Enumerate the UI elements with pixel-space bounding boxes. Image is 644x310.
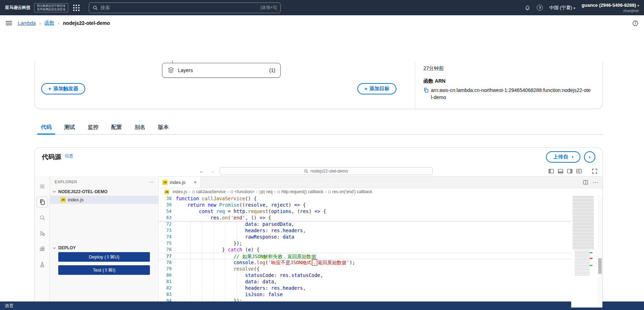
minimap[interactable] <box>571 195 597 308</box>
search-shortcut-hint: [选项+S] <box>260 5 277 11</box>
info-link[interactable]: 信息 <box>65 153 73 159</box>
function-arn-label: 函数 ARN <box>423 78 594 85</box>
function-tabs: 代码 测试 监控 配置 别名 版本 <box>34 120 603 135</box>
search-placeholder: 搜索 <box>101 5 260 11</box>
code-line-38[interactable]: 38function callJavaService() { <box>159 195 571 202</box>
menu-icon[interactable] <box>37 181 48 192</box>
javascript-file-icon: JS <box>162 180 168 185</box>
tab-code[interactable]: 代码 <box>34 120 58 134</box>
code-line-39[interactable]: 39 return new Promise((resolve, reject) … <box>159 202 571 208</box>
breadcrumb-symbol[interactable]: callJavaService <box>192 189 226 194</box>
info-panel-icon[interactable] <box>632 20 638 26</box>
customize-layout-icon[interactable] <box>576 168 582 174</box>
search-icon <box>304 169 308 173</box>
code-line-63[interactable]: 63 res.on('end', () => { <box>159 214 571 221</box>
code-line-82[interactable]: 82 headers: res.headers, <box>159 285 571 291</box>
overview-divider <box>415 62 415 109</box>
explorer-title: EXPLORER <box>55 180 77 184</box>
code-line-76[interactable]: 76 } catch (e) { <box>159 246 571 253</box>
services-grid-icon[interactable] <box>73 5 80 11</box>
split-editor-icon[interactable] <box>583 180 588 185</box>
test-button[interactable]: Test (⇧⌘I) <box>58 265 150 275</box>
line-number: 76 <box>159 246 176 253</box>
plus-icon: + <box>48 86 51 92</box>
code-editor[interactable]: 38function callJavaService() {39 return … <box>159 195 602 308</box>
extensions-icon[interactable] <box>37 244 48 254</box>
explorer-files-icon[interactable] <box>37 197 48 207</box>
code-line-72[interactable]: 72 data: parsedData, <box>159 221 571 227</box>
test-beaker-icon[interactable] <box>37 259 48 270</box>
code-line-81[interactable]: 81 data: data, <box>159 278 571 285</box>
add-destination-button[interactable]: + 添加目标 <box>357 83 396 94</box>
status-language-item[interactable]: 语言 <box>5 303 13 309</box>
line-number: 63 <box>159 214 176 221</box>
editor-scrollbar[interactable] <box>597 195 602 308</box>
breadcrumb-symbol[interactable]: <function> <box>231 189 254 194</box>
region-selector[interactable]: 中国 (宁夏)▾ <box>549 5 575 11</box>
code-line-78[interactable]: 78 console.log('响应不是JSON格式，返回原始数据'); <box>159 259 571 266</box>
breadcrumb-symbol[interactable]: [@] req <box>259 189 272 194</box>
code-line-73[interactable]: 73 headers: res.headers, <box>159 227 571 234</box>
breadcrumb-functions-link[interactable]: 函数 <box>44 20 54 26</box>
line-number: 72 <box>159 221 176 227</box>
line-number: 83 <box>159 291 176 298</box>
username-label: zhaojiner <box>623 9 639 13</box>
code-line-54[interactable]: 54 const req = http.request(options, (re… <box>159 208 571 214</box>
line-number: 78 <box>159 259 176 266</box>
line-number: 39 <box>159 202 176 208</box>
breadcrumb-symbol[interactable]: res.on('end') callback <box>328 189 372 194</box>
notifications-bell-icon[interactable] <box>525 5 530 11</box>
toggle-panel-bottom-icon[interactable] <box>558 168 563 174</box>
tab-test[interactable]: 测试 <box>58 120 81 134</box>
code-source-title: 代码源 <box>42 153 61 161</box>
upload-from-button[interactable]: 上传自 ▾ <box>546 151 580 163</box>
account-menu[interactable]: guance (2946-5406-8288)▾ zhaojiner <box>581 2 639 13</box>
caret-down-icon: ▾ <box>637 4 639 7</box>
explorer-file-indexjs[interactable]: JS index.js <box>50 196 158 204</box>
code-line-80[interactable]: 80 statusCode: res.statusCode, <box>159 272 571 278</box>
toggle-panel-right-icon[interactable] <box>567 168 573 174</box>
symbol-icon <box>192 191 195 193</box>
code-line-83[interactable]: 83 isJson: false <box>159 291 571 298</box>
breadcrumb-lambda-link[interactable]: Lambda <box>18 20 36 26</box>
explorer-sidebar: EXPLORER ⋯ NODEJS22-OTEL-DEMO JS index.j… <box>50 176 159 310</box>
code-line-75[interactable]: 75 }); <box>159 240 571 246</box>
code-line-74[interactable]: 74 rawResponse: data <box>159 234 571 240</box>
code-lines: 72 data: parsedData,73 headers: res.head… <box>159 221 571 304</box>
toggle-panel-left-icon[interactable] <box>548 168 554 174</box>
breadcrumb-file[interactable]: JS index.js <box>164 189 187 194</box>
tab-configuration[interactable]: 配置 <box>105 120 128 134</box>
search-view-icon[interactable] <box>37 212 48 223</box>
console-search-input[interactable]: 搜索 [选项+S] <box>89 2 281 13</box>
deploy-button[interactable]: Deploy (⇧⌘U) <box>58 252 150 262</box>
tab-versions[interactable]: 版本 <box>152 120 175 134</box>
add-trigger-button[interactable]: + 添加触发器 <box>41 83 85 94</box>
tab-aliases[interactable]: 别名 <box>128 120 152 134</box>
caret-down-icon: ▾ <box>574 6 575 10</box>
explorer-root-folder[interactable]: NODEJS22-OTEL-DEMO <box>50 187 158 196</box>
fullscreen-icon[interactable] <box>592 168 597 174</box>
navigate-forward-icon[interactable]: → <box>209 168 216 174</box>
help-icon[interactable]: ? <box>537 5 543 11</box>
layers-node[interactable]: Layers (1) <box>162 63 281 78</box>
layers-label: Layers <box>178 67 193 73</box>
sidebar-hamburger-icon[interactable] <box>6 20 12 26</box>
run-debug-icon[interactable] <box>37 228 48 239</box>
editor-scrollbar-thumb[interactable] <box>598 258 602 274</box>
editor-command-center[interactable]: nodejs22-otel-demo <box>220 167 433 175</box>
editor-more-actions-icon[interactable]: ⋯ <box>592 179 598 186</box>
tab-monitor[interactable]: 监控 <box>81 120 105 134</box>
copy-arn-icon[interactable] <box>423 87 429 93</box>
aws-china-logo[interactable]: 亚马逊云科技 <box>5 5 31 11</box>
field-symbol-icon: [@] <box>259 190 265 194</box>
breadcrumb-symbol[interactable]: http.request() callback <box>277 189 323 194</box>
editor-tab-indexjs[interactable]: JS index.js ✕ <box>159 176 201 188</box>
collapse-circle-button[interactable]: ▾ <box>584 151 595 163</box>
code-line-79[interactable]: 79 resolve({ <box>159 266 571 272</box>
explorer-more-icon[interactable]: ⋯ <box>149 179 153 185</box>
line-number: 80 <box>159 272 176 278</box>
navigate-back-icon[interactable]: ← <box>198 168 205 174</box>
code-line-77[interactable]: 77 // 如果JSON解析失败，返回原始数据 <box>159 253 571 259</box>
close-tab-icon[interactable]: ✕ <box>194 180 197 185</box>
deploy-section-header[interactable]: DEPLOY <box>50 244 158 252</box>
